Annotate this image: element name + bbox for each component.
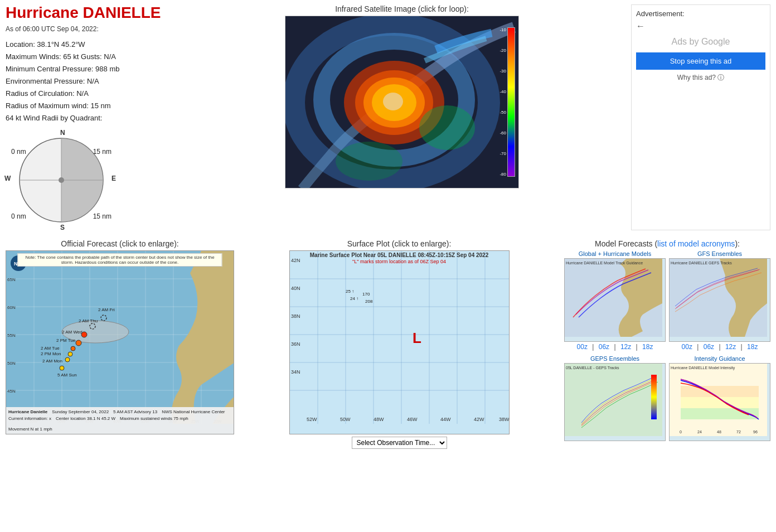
model-title-text: Model Forecasts ( <box>595 239 657 248</box>
wind-radii-compass: N S E W <box>11 130 111 230</box>
why-this-ad-link[interactable]: Why this ad? ⓘ <box>636 73 765 83</box>
gfs-12z-link[interactable]: 12z <box>725 343 736 351</box>
svg-rect-96 <box>651 375 657 419</box>
radii-se-value: 15 nm <box>93 212 111 220</box>
svg-point-3 <box>59 177 64 183</box>
radii-ne-value: 15 nm <box>93 148 111 156</box>
stop-seeing-button[interactable]: Stop seeing this ad <box>636 52 765 70</box>
intensity-guidance-title: Intensity Guidance <box>669 355 770 362</box>
bottom-row: Official Forecast (click to enlarge): <box>0 236 776 452</box>
forecast-panel: Official Forecast (click to enlarge): <box>6 239 234 449</box>
gfs-06z-link[interactable]: 06z <box>704 343 714 351</box>
advertisement-title: Advertisement: <box>636 9 765 18</box>
svg-point-28 <box>60 366 64 370</box>
env-pressure-line: Environmental Pressure: N/A <box>6 75 173 88</box>
hurricane-title: Hurricane DANIELLE <box>6 4 173 22</box>
svg-point-32 <box>76 340 81 346</box>
svg-text:96: 96 <box>753 430 758 434</box>
intensity-guidance-image[interactable]: 0 24 48 72 96 Hurricane DANIELLE Model I… <box>669 363 770 441</box>
color-bar <box>507 27 515 177</box>
model-forecasts-title: Model Forecasts (list of model acronyms)… <box>564 239 770 248</box>
geps-model-svg: 05L DANIELLE - GEPS Tracks <box>565 364 662 436</box>
model-top-row: Global + Hurricane Models Hurricane DANI… <box>564 250 770 352</box>
geps-ensembles-title: GEPS Ensembles <box>564 355 666 362</box>
global-06z-link[interactable]: 06z <box>599 343 609 351</box>
radii-sw-value: 0 nm <box>11 212 26 220</box>
gfs-model-svg: Hurricane DANIELLE GEFS Tracks <box>670 259 767 337</box>
svg-text:52W: 52W <box>307 417 317 422</box>
gfs-model-links: 00z | 06z | 12z | 18z <box>669 343 770 351</box>
global-models-image[interactable]: Hurricane DANIELLE Model Track Guidance <box>564 258 666 342</box>
gfs-ensembles-title: GFS Ensembles <box>669 250 770 257</box>
satellite-title[interactable]: Infrared Satellite Image (click for loop… <box>335 4 469 13</box>
compass-east-label: E <box>111 175 116 182</box>
compass-west-label: W <box>4 175 11 182</box>
svg-text:2 AM Thu: 2 AM Thu <box>79 318 98 323</box>
forecast-note: Note: The cone contains the probable pat… <box>17 253 222 267</box>
forecast-info-bar: Hurricane Danielle Sunday September 04, … <box>6 407 234 434</box>
global-12z-link[interactable]: 12z <box>620 343 631 351</box>
global-18z-link[interactable]: 18z <box>642 343 653 351</box>
model-bottom-row: GEPS Ensembles 05L DANIELLE - GEPS Track… <box>564 355 770 441</box>
global-model-svg: Hurricane DANIELLE Model Track Guidance <box>565 259 662 337</box>
storm-info: Location: 38.1°N 45.2°W Maximum Winds: 6… <box>6 38 173 125</box>
surface-map-subtitle: "L" marks storm location as of 06Z Sep 0… <box>290 259 509 264</box>
svg-text:50W: 50W <box>340 417 351 422</box>
svg-text:25 ↑: 25 ↑ <box>346 289 354 294</box>
global-models-column: Global + Hurricane Models Hurricane DANI… <box>564 250 666 352</box>
geps-ensemble-image[interactable]: 05L DANIELLE - GEPS Tracks <box>564 363 666 441</box>
surface-map-title: Marine Surface Plot Near 05L DANIELLE 08… <box>290 252 509 258</box>
svg-point-12 <box>419 105 475 150</box>
surface-time-select[interactable]: Select Observation Time... 06Z Sep 04 12… <box>352 437 447 449</box>
intensity-model-svg: 0 24 48 72 96 Hurricane DANIELLE Model I… <box>670 364 767 436</box>
svg-text:24 ↑: 24 ↑ <box>350 296 358 301</box>
surface-plot-panel: Surface Plot (click to enlarge): <box>239 239 560 449</box>
model-acronyms-link[interactable]: list of model acronyms <box>657 239 735 248</box>
svg-rect-94 <box>565 364 662 436</box>
svg-text:34N: 34N <box>291 369 300 375</box>
svg-rect-100 <box>681 386 759 397</box>
svg-point-29 <box>65 357 70 362</box>
gfs-00z-link[interactable]: 00z <box>682 343 692 351</box>
forecast-image[interactable]: 5 AM Sun 2 AM Mon 2 PM Mon 2 AM Tue 2 PM… <box>6 250 234 434</box>
svg-text:48W: 48W <box>374 417 384 422</box>
svg-text:L: L <box>413 330 421 346</box>
as-of-label: As of 06:00 UTC Sep 04, 2022: <box>6 25 173 33</box>
svg-text:38W: 38W <box>499 417 510 422</box>
gfs-ensemble-column: GFS Ensembles Hurricane DANIELLE GEFS Tr… <box>669 250 770 352</box>
svg-text:55N: 55N <box>7 333 16 338</box>
forecast-map-svg: 5 AM Sun 2 AM Mon 2 PM Mon 2 AM Tue 2 PM… <box>6 251 234 424</box>
svg-point-31 <box>71 346 75 351</box>
svg-text:24: 24 <box>697 430 702 434</box>
compass-south-label: S <box>60 224 65 231</box>
svg-text:2 PM Mon: 2 PM Mon <box>41 351 61 356</box>
svg-text:Hurricane DANIELLE GEFS Tracks: Hurricane DANIELLE GEFS Tracks <box>671 261 732 265</box>
svg-text:Forecast Hour: Forecast Hour <box>703 436 728 436</box>
satellite-image[interactable]: GOES-16 Channel 13 (IR) Brightness Tempe… <box>285 16 519 188</box>
surface-plot-svg: 42N 40N 38N 36N 34N 52W 50W 48W 46W 44W … <box>290 251 510 424</box>
global-00z-link[interactable]: 00z <box>577 343 588 351</box>
color-bar-labels: -10 -20 -30 -40 -50 -60 -70 -80 <box>499 27 506 177</box>
surface-plot-image[interactable]: 42N 40N 38N 36N 34N 52W 50W 48W 46W 44W … <box>289 250 510 434</box>
svg-text:5 AM Sun: 5 AM Sun <box>57 373 77 378</box>
left-panel: Hurricane DANIELLE As of 06:00 UTC Sep 0… <box>6 4 173 230</box>
location-line: Location: 38.1°N 45.2°W <box>6 38 173 51</box>
forecast-title[interactable]: Official Forecast (click to enlarge): <box>61 239 178 248</box>
intensity-guidance-column: Intensity Guidance <box>669 355 770 441</box>
gfs-18z-link[interactable]: 18z <box>747 343 758 351</box>
model-title-end: ): <box>735 239 740 248</box>
gfs-ensemble-image[interactable]: Hurricane DANIELLE GEFS Tracks <box>669 258 770 342</box>
min-pressure-line: Minimum Central Pressure: 988 mb <box>6 63 173 75</box>
svg-text:170: 170 <box>362 292 370 297</box>
back-arrow-icon[interactable]: ← <box>636 21 765 31</box>
model-forecasts-panel: Model Forecasts (list of model acronyms)… <box>564 239 770 449</box>
wind-radii-title: 64 kt Wind Radii by Quadrant: <box>6 112 173 124</box>
max-winds-line: Maximum Winds: 65 kt Gusts: N/A <box>6 51 173 63</box>
surface-plot-title[interactable]: Surface Plot (click to enlarge): <box>347 239 452 248</box>
svg-text:48: 48 <box>717 430 721 434</box>
svg-text:2 AM Mon: 2 AM Mon <box>42 359 62 364</box>
svg-text:45N: 45N <box>7 389 16 394</box>
svg-text:208: 208 <box>365 299 373 304</box>
svg-text:36N: 36N <box>291 341 300 347</box>
svg-text:Hurricane DANIELLE Model Inten: Hurricane DANIELLE Model Intensity <box>671 366 735 370</box>
